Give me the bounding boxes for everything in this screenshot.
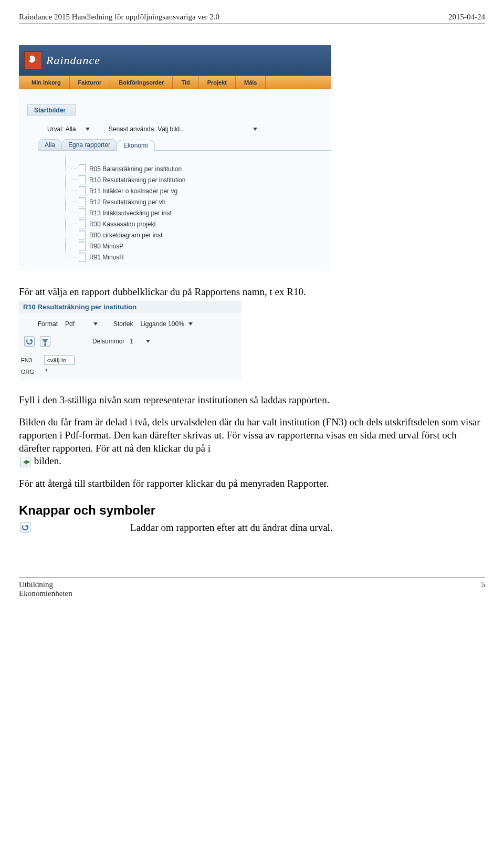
senast-select[interactable]: Välj bild...	[158, 126, 257, 133]
report-item[interactable]: R80 cirkeldiagram per inst	[79, 229, 331, 240]
section-tab-startbilder[interactable]: Startbilder	[27, 104, 76, 116]
param-grid: FN3 <välj in ORG *	[19, 354, 242, 381]
param-label: FN3	[21, 357, 40, 363]
raindance-logo-icon	[24, 51, 42, 69]
urval-value: Alla	[66, 126, 76, 133]
chevron-down-icon	[188, 322, 193, 326]
report-label: R91 MinusR	[89, 254, 124, 261]
arrow-left-icon	[23, 459, 27, 465]
report-label: R10 Resultaträkning per institution	[89, 176, 185, 184]
storlek-label: Storlek	[113, 320, 133, 328]
screenshot-raindance-start: Raindance Min inkorg Fakturor Bokförings…	[19, 45, 331, 271]
app-body: Startbilder Urval: Alla Senast använda: …	[19, 89, 331, 271]
page-number: 5	[481, 580, 486, 598]
report-label: R90 MinusP	[89, 243, 123, 250]
report-item[interactable]: R11 Intäkter o kostnader per vg	[79, 185, 331, 196]
param-value-org: *	[44, 368, 48, 375]
format-label: Format	[38, 320, 58, 328]
paragraph-1: För att välja en rapport dubbelklickar d…	[19, 286, 485, 299]
report-label: R05 Balansräkning per institution	[89, 165, 182, 173]
report-item[interactable]: R10 Resultaträkning per institution	[79, 174, 331, 185]
menu-projekt[interactable]: Projekt	[199, 76, 236, 89]
screenshot-report-settings: R10 Resultaträkning per institution Form…	[19, 301, 242, 381]
chevron-down-icon	[146, 340, 150, 343]
urval-label: Urval:	[47, 126, 64, 133]
heading-knappar: Knappar och symboler	[19, 503, 485, 518]
funnel-icon	[42, 339, 48, 343]
toolbar-row: Delsummor 1	[19, 332, 242, 354]
paragraph-3-text: Bilden du får fram är delad i två, dels …	[19, 416, 480, 453]
menu-mals[interactable]: Måls	[236, 76, 266, 89]
report-title: R10 Resultaträkning per institution	[19, 301, 242, 313]
report-item[interactable]: R91 MinusR	[79, 252, 331, 263]
param-label: ORG	[21, 369, 40, 375]
tab-panel-ekonomi: R05 Balansräkning per institution R10 Re…	[38, 150, 331, 268]
chevron-down-icon	[253, 128, 257, 131]
footer-left: Utbildning Ekonomienheten	[19, 580, 72, 598]
format-row: Format Pdf Storlek Liggande 100%	[19, 313, 242, 332]
param-input-fn3[interactable]: <välj in	[44, 355, 75, 365]
format-select[interactable]: Pdf	[65, 320, 98, 328]
storlek-value: Liggande 100%	[140, 320, 184, 328]
report-item[interactable]: R30 Kassasaldo projekt	[79, 218, 331, 229]
symbol-row: Laddar om rapporten efter att du ändrat …	[19, 522, 485, 534]
menu-min-inkorg[interactable]: Min inkorg	[23, 76, 70, 89]
menu-tid[interactable]: Tid	[173, 76, 198, 89]
chevron-down-icon	[86, 128, 90, 131]
report-label: R13 Intäktsutveckling per inst	[89, 210, 172, 217]
senast-label: Senast använda:	[109, 126, 156, 133]
footer-line2: Ekonomienheten	[19, 589, 72, 598]
footer-line1: Utbildning	[19, 580, 72, 589]
report-item[interactable]: R13 Intäktsutveckling per inst	[79, 207, 331, 218]
refresh-symbol	[20, 522, 30, 532]
paragraph-2: Fyll i den 3-ställiga nivån som represen…	[19, 394, 485, 407]
menu-fakturor[interactable]: Fakturor	[70, 76, 111, 89]
tab-alla[interactable]: Alla	[38, 139, 62, 150]
app-brand: Raindance	[46, 54, 100, 67]
delsummor-select[interactable]: 1	[130, 338, 150, 345]
refresh-icon	[22, 524, 28, 530]
paragraph-4: För att återgå till startbilden för rapp…	[19, 477, 485, 490]
refresh-icon	[26, 338, 33, 344]
main-menubar: Min inkorg Fakturor Bokföringsorder Tid …	[19, 76, 331, 89]
param-row: FN3 <välj in	[21, 354, 242, 367]
menu-bokforingsorder[interactable]: Bokföringsorder	[110, 76, 173, 89]
paragraph-3-tail: bilden.	[34, 455, 61, 466]
paragraph-3: Bilden du får fram är delad i två, dels …	[19, 416, 485, 468]
app-titlebar: Raindance	[19, 45, 331, 76]
symbol-description: Laddar om rapporten efter att du ändrat …	[130, 522, 485, 534]
report-label: R30 Kassasaldo projekt	[89, 221, 156, 228]
storlek-select[interactable]: Liggande 100%	[140, 320, 192, 328]
report-label: R80 cirkeldiagram per inst	[89, 232, 162, 239]
report-item[interactable]: R05 Balansräkning per institution	[79, 163, 331, 174]
back-arrow-button[interactable]	[20, 457, 30, 467]
doc-header-left: Raindance 2015 Handledning för uppföljni…	[19, 13, 219, 22]
report-item[interactable]: R12 Resultaträkning per vh	[79, 196, 331, 207]
tab-ekonomi[interactable]: Ekonomi	[117, 140, 155, 151]
param-row: ORG *	[21, 367, 242, 377]
format-value: Pdf	[65, 320, 75, 328]
senast-value: Välj bild...	[158, 126, 185, 133]
delsummor-label: Delsummor	[92, 338, 124, 345]
chevron-down-icon	[93, 322, 98, 326]
filter-button[interactable]	[40, 336, 50, 347]
urval-select[interactable]: Alla	[66, 126, 90, 133]
report-tree: R05 Balansräkning per institution R10 Re…	[65, 163, 331, 263]
tab-row: Alla Egna rapporter Ekonomi	[38, 139, 331, 150]
report-label: R11 Intäkter o kostnader per vg	[89, 187, 177, 195]
tab-egna-rapporter[interactable]: Egna rapporter	[61, 139, 117, 150]
doc-header-right: 2015-04-24	[448, 13, 485, 22]
delsummor-value: 1	[130, 338, 133, 345]
report-label: R12 Resultaträkning per vh	[89, 198, 165, 206]
filter-controls: Urval: Alla Senast använda: Välj bild...	[24, 116, 331, 137]
refresh-button[interactable]	[24, 336, 35, 347]
report-item[interactable]: R90 MinusP	[79, 240, 331, 252]
